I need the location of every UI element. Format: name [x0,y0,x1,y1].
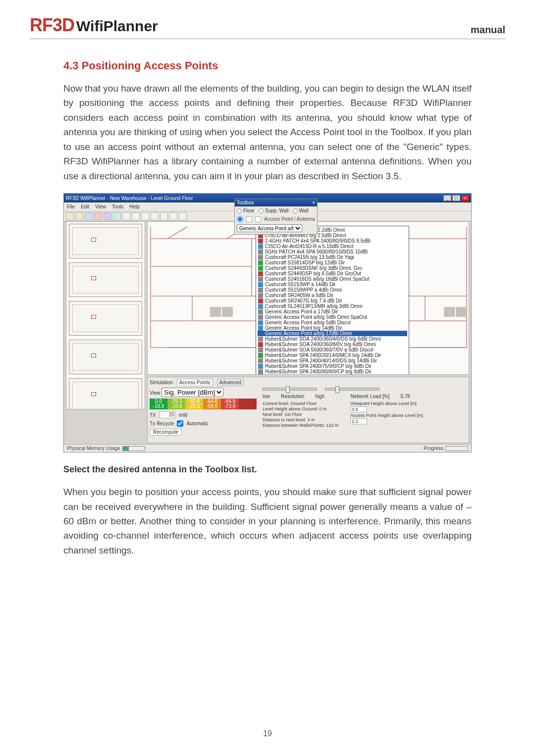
antenna-option[interactable]: Cushcraft SR2405W a 5dBi Dir [258,293,407,298]
floor-thumb-5[interactable] [69,378,142,409]
antenna-option-label: 5GHz PATCH 4x4 SPA 5600/80/10/0/DS 10dBi [265,249,368,254]
antenna-option[interactable]: Huber&Suhner SPA 2400/75/9/0/V b/g 9dBi … [258,374,407,375]
antenna-color-icon [258,266,263,271]
recompute-button[interactable]: Recompute [150,429,182,436]
antenna-option-label: Huber&Suhner SOA 2400/360/4/0/DS b/g 6dB… [265,336,380,342]
section-title: 4.3 Positioning Access Points [63,59,472,72]
floor-thumb-1[interactable] [69,224,142,258]
antenna-option[interactable]: Huber&Suhner SPA 2400/80/8/0/CP b/g 8dBi… [258,369,407,374]
antenna-select[interactable]: Generic Access Point a/b/g 17dBi Omni [237,224,302,232]
antenna-option[interactable]: 5GHz PATCH 4x4 SPA 5600/80/10/0/DS 10dBi [258,249,407,254]
legend-cell: -64.0-58.8 [203,399,221,409]
antenna-dropdown-list[interactable]: CISCO Air-Ant2451 b/g 2.2dBi OmniCISCO A… [256,226,409,375]
antenna-option[interactable]: Generic Access Point a/b/g 3dBi Omni Spa… [258,314,407,320]
antenna-option[interactable]: Cushcraft S5158WPP a 4dBi Omni [258,287,407,293]
antenna-option[interactable]: Generic Access Point a/b/g 5dBi Discol [258,320,407,325]
svg-rect-2 [222,307,233,317]
tool-button-9[interactable] [141,212,149,220]
antenna-option[interactable]: Cushcraft S5153WP a 14dBi Dir [258,282,407,287]
tab-access-points[interactable]: Access Points [177,379,213,386]
maximize-button[interactable]: □ [452,195,460,201]
toolbox-close-icon[interactable]: × [312,200,315,205]
view-select[interactable]: Sig. Power [dBm] [161,388,223,397]
antenna-option[interactable]: Cushcraft S24493DSNF b/g 3dBi Omni, Gro [258,265,407,271]
tool-button-1[interactable] [66,212,74,220]
antenna-option[interactable]: Huber&Suhner SOA 5500/360/7/0V a 5dBi Di… [258,347,407,353]
radio-floor[interactable] [237,208,242,213]
floor-thumb-2[interactable] [69,262,142,297]
resolution-slider-2[interactable] [325,388,379,391]
antenna-option[interactable]: Generic Access Point a 17dBi Dir [258,309,407,314]
antenna-option-label: Cushcraft S5158WPP a 4dBi Omni [265,287,342,293]
antenna-option[interactable]: CISCO Air-Ant2415D-R a 5.15dBi Direct [258,244,407,249]
floor-thumb-4[interactable] [69,340,142,374]
minimize-button[interactable]: _ [443,195,451,201]
svg-rect-4 [456,307,467,317]
antenna-option[interactable]: Cushcraft SL24513P13/MR a/b/g 3dBi Omni [258,303,407,309]
menu-view[interactable]: View [95,204,106,209]
antenna-option[interactable]: 2.4GHz PATCH 4x4 SPA 2400/80/9/0/DS 8.5d… [258,238,407,244]
tool-button-10[interactable] [151,212,159,220]
antenna-option[interactable]: Huber&Suhner SPA 2400/75/9/0/CP b/g 9dBi… [258,363,407,369]
antenna-option[interactable]: Cushcraft S15814DSP b/g 12dBi Dir [258,260,407,265]
antenna-option[interactable]: Generic Access Point b/g 14dBi Dir [258,325,407,331]
tool-button-2[interactable] [75,212,83,220]
antenna-option[interactable]: Generic Access Point a/b/g 17dBi Omni [258,331,407,336]
application-screenshot: RF3D WifiPlanner - New Warehouse - Level… [63,193,472,453]
antenna-option-label: Generic Access Point a/b/g 3dBi Omni Spa… [265,314,367,320]
floor-thumb-3[interactable] [69,301,142,336]
antenna-option[interactable]: Huber&Suhner SOA 2400/360/4/0/DS b/g 6dB… [258,336,407,342]
toolbox-panel[interactable]: Toolbox × Floor Supp. Wall Wall Access P… [234,199,318,235]
antenna-color-icon [258,304,263,309]
tool-button-12[interactable] [169,212,177,220]
antenna-color-icon [258,348,263,353]
antenna-option-label: 2.4GHz PATCH 4x4 SPA 2400/80/9/0/DS 8.5d… [265,238,371,244]
antenna-option[interactable]: Cushcraft SR2407G b/g 7.4 dBi Dir [258,298,407,303]
antenna-option-label: CISCO Air-Ant2415D-R a 5.15dBi Direct [265,244,353,249]
antenna-color-icon [258,271,263,276]
tool-button-13[interactable] [179,212,187,220]
antenna-color-icon [258,282,263,287]
info-next-level: Next level: 1st Floor [263,412,338,417]
radio-ap[interactable] [237,216,243,222]
antenna-option[interactable]: Cushcraft S2449DSP b/g 8.5dBi Dir GroOut [258,271,407,276]
net-load-value: 0.78 [400,394,410,399]
antenna-option-label: Cushcraft SR2407G b/g 7.4 dBi Dir [265,298,342,303]
tool-button-7[interactable] [122,212,130,220]
tool-button-4[interactable] [94,212,102,220]
auto-checkbox[interactable] [177,420,183,427]
antenna-option-label: Huber&Suhner SPA 2400/75/9/0/V b/g 9dBi … [265,374,368,375]
menu-edit[interactable]: Edit [81,204,89,209]
antenna-option[interactable]: Huber&Suhner SOA 2400/360/8/0V b/g 6dBi … [258,342,407,347]
antenna-color-icon [258,288,263,293]
antenna-option[interactable]: Cushcraft S24516DS a/b/g 18dBi Omni SpaO… [258,276,407,282]
tool-button-11[interactable] [160,212,168,220]
svg-rect-3 [444,307,455,317]
antenna-option[interactable]: Huber&Suhner SPA 2400/40/14/0/DS b/g 14d… [258,358,407,363]
vp-height-value[interactable]: 0.8 [350,406,367,412]
radio-wall[interactable] [293,208,298,213]
menu-help[interactable]: Help [129,204,140,209]
resolution-slider-1[interactable] [263,388,317,391]
floor-thumbnails[interactable] [66,221,145,409]
tab-advanced[interactable]: Advanced [217,379,244,386]
auto-label: Automatic [186,421,208,426]
progress-bar [445,446,468,451]
close-button[interactable]: × [461,195,469,201]
menu-file[interactable]: File [67,204,75,209]
ap-height-value[interactable]: 2.2 [350,418,367,424]
tool-button-5[interactable] [104,212,111,220]
antenna-color-icon [258,358,263,363]
antenna-option-label: Cushcraft S24493DSNF b/g 3dBi Omni, Gro [265,265,362,271]
tool-button-6[interactable] [113,212,121,220]
tool-button-8[interactable] [132,212,140,220]
antenna-option[interactable]: Cushcraft PC2415N b/g 13.5dBi Dir Yagi [258,254,407,260]
menu-tools[interactable]: Tools [112,204,123,209]
tool-button-3[interactable] [85,212,93,220]
antenna-option[interactable]: Huber&Suhner SPA 2400/20/14/0/MCX b/g 14… [258,353,407,358]
tx-value[interactable]: 20 [159,411,176,418]
antenna-option-label: Generic Access Point a/b/g 5dBi Discol [265,320,351,325]
radio-supp-wall[interactable] [259,208,264,213]
floorplan-canvas[interactable]: CISCO Air-Ant2451 b/g 2.2dBi OmniCISCO A… [147,221,469,375]
antenna-option-label: Cushcraft SL24513P13/MR a/b/g 3dBi Omni [265,303,362,309]
